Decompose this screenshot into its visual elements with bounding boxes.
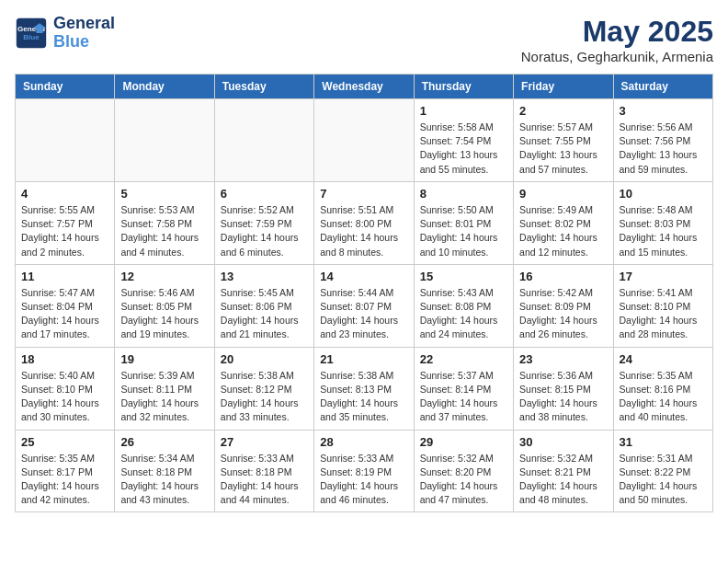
- day-number: 11: [21, 270, 108, 283]
- location: Noratus, Gegharkunik, Armenia: [521, 49, 713, 64]
- day-number: 22: [420, 352, 507, 366]
- day-number: 16: [519, 270, 607, 283]
- day-number: 19: [120, 352, 208, 366]
- weekday-header: Sunday: [16, 75, 115, 99]
- day-info: Sunrise: 5:46 AMSunset: 8:05 PMDaylight:…: [120, 286, 208, 342]
- calendar-cell: 9Sunrise: 5:49 AMSunset: 8:02 PMDaylight…: [514, 181, 613, 264]
- day-info: Sunrise: 5:55 AMSunset: 7:57 PMDaylight:…: [21, 203, 108, 259]
- calendar-cell: 8Sunrise: 5:50 AMSunset: 8:01 PMDaylight…: [414, 181, 513, 264]
- calendar-cell: [16, 99, 115, 182]
- day-number: 25: [21, 435, 108, 449]
- day-info: Sunrise: 5:35 AMSunset: 8:17 PMDaylight:…: [21, 452, 108, 508]
- day-number: 7: [320, 187, 407, 201]
- day-info: Sunrise: 5:37 AMSunset: 8:14 PMDaylight:…: [420, 369, 507, 425]
- page-header: General Blue General Blue May 2025 Norat…: [15, 15, 713, 64]
- day-info: Sunrise: 5:38 AMSunset: 8:13 PMDaylight:…: [320, 369, 407, 425]
- day-info: Sunrise: 5:36 AMSunset: 8:15 PMDaylight:…: [519, 369, 607, 425]
- calendar-cell: 5Sunrise: 5:53 AMSunset: 7:58 PMDaylight…: [115, 181, 214, 264]
- calendar-cell: 3Sunrise: 5:56 AMSunset: 7:56 PMDaylight…: [613, 99, 712, 182]
- calendar-cell: 6Sunrise: 5:52 AMSunset: 7:59 PMDaylight…: [214, 181, 313, 264]
- day-number: 4: [21, 187, 108, 201]
- logo-text: General Blue: [53, 15, 115, 52]
- weekday-header: Wednesday: [314, 75, 414, 99]
- calendar-cell: 15Sunrise: 5:43 AMSunset: 8:08 PMDayligh…: [414, 264, 513, 347]
- day-number: 23: [519, 352, 607, 366]
- day-info: Sunrise: 5:53 AMSunset: 7:58 PMDaylight:…: [120, 203, 208, 259]
- calendar-table: SundayMondayTuesdayWednesdayThursdayFrid…: [15, 74, 713, 512]
- day-number: 13: [221, 270, 308, 283]
- day-number: 17: [620, 270, 707, 283]
- day-number: 21: [320, 352, 407, 366]
- day-number: 29: [420, 435, 507, 449]
- calendar-week-row: 25Sunrise: 5:35 AMSunset: 8:17 PMDayligh…: [16, 430, 713, 512]
- weekday-header: Saturday: [613, 75, 712, 99]
- calendar-cell: 28Sunrise: 5:33 AMSunset: 8:19 PMDayligh…: [314, 430, 414, 512]
- calendar-cell: 16Sunrise: 5:42 AMSunset: 8:09 PMDayligh…: [514, 264, 613, 347]
- day-number: 14: [320, 270, 407, 283]
- day-info: Sunrise: 5:33 AMSunset: 8:18 PMDaylight:…: [221, 452, 308, 508]
- weekday-header: Tuesday: [214, 75, 313, 99]
- day-number: 6: [221, 187, 308, 201]
- svg-text:Blue: Blue: [23, 33, 40, 41]
- day-number: 15: [420, 270, 507, 283]
- calendar-cell: 19Sunrise: 5:39 AMSunset: 8:11 PMDayligh…: [115, 347, 214, 430]
- calendar-cell: 13Sunrise: 5:45 AMSunset: 8:06 PMDayligh…: [214, 264, 313, 347]
- calendar-cell: 31Sunrise: 5:31 AMSunset: 8:22 PMDayligh…: [613, 430, 712, 512]
- day-info: Sunrise: 5:40 AMSunset: 8:10 PMDaylight:…: [21, 369, 108, 425]
- day-info: Sunrise: 5:45 AMSunset: 8:06 PMDaylight:…: [221, 286, 308, 342]
- calendar-cell: 12Sunrise: 5:46 AMSunset: 8:05 PMDayligh…: [115, 264, 214, 347]
- weekday-header: Thursday: [414, 75, 513, 99]
- day-number: 18: [21, 352, 108, 366]
- day-info: Sunrise: 5:35 AMSunset: 8:16 PMDaylight:…: [620, 369, 707, 425]
- day-number: 24: [620, 352, 707, 366]
- calendar-cell: 10Sunrise: 5:48 AMSunset: 8:03 PMDayligh…: [613, 181, 712, 264]
- calendar-cell: 27Sunrise: 5:33 AMSunset: 8:18 PMDayligh…: [214, 430, 313, 512]
- calendar-cell: 20Sunrise: 5:38 AMSunset: 8:12 PMDayligh…: [214, 347, 313, 430]
- day-info: Sunrise: 5:51 AMSunset: 8:00 PMDaylight:…: [320, 203, 407, 259]
- calendar-cell: 25Sunrise: 5:35 AMSunset: 8:17 PMDayligh…: [16, 430, 115, 512]
- day-info: Sunrise: 5:41 AMSunset: 8:10 PMDaylight:…: [620, 286, 707, 342]
- calendar-cell: 11Sunrise: 5:47 AMSunset: 8:04 PMDayligh…: [16, 264, 115, 347]
- day-info: Sunrise: 5:39 AMSunset: 8:11 PMDaylight:…: [120, 369, 208, 425]
- calendar-week-row: 4Sunrise: 5:55 AMSunset: 7:57 PMDaylight…: [16, 181, 713, 264]
- day-number: 8: [420, 187, 507, 201]
- day-number: 26: [120, 435, 208, 449]
- day-info: Sunrise: 5:52 AMSunset: 7:59 PMDaylight:…: [221, 203, 308, 259]
- day-info: Sunrise: 5:34 AMSunset: 8:18 PMDaylight:…: [120, 452, 208, 508]
- calendar-cell: 4Sunrise: 5:55 AMSunset: 7:57 PMDaylight…: [16, 181, 115, 264]
- day-info: Sunrise: 5:32 AMSunset: 8:21 PMDaylight:…: [519, 452, 607, 508]
- day-info: Sunrise: 5:48 AMSunset: 8:03 PMDaylight:…: [620, 203, 707, 259]
- calendar-week-row: 1Sunrise: 5:58 AMSunset: 7:54 PMDaylight…: [16, 99, 713, 182]
- calendar-week-row: 11Sunrise: 5:47 AMSunset: 8:04 PMDayligh…: [16, 264, 713, 347]
- day-number: 9: [519, 187, 607, 201]
- day-number: 27: [221, 435, 308, 449]
- day-number: 10: [620, 187, 707, 201]
- calendar-cell: 17Sunrise: 5:41 AMSunset: 8:10 PMDayligh…: [613, 264, 712, 347]
- calendar-cell: 7Sunrise: 5:51 AMSunset: 8:00 PMDaylight…: [314, 181, 414, 264]
- calendar-cell: 1Sunrise: 5:58 AMSunset: 7:54 PMDaylight…: [414, 99, 513, 182]
- calendar-cell: [214, 99, 313, 182]
- calendar-cell: 18Sunrise: 5:40 AMSunset: 8:10 PMDayligh…: [16, 347, 115, 430]
- calendar-cell: 21Sunrise: 5:38 AMSunset: 8:13 PMDayligh…: [314, 347, 414, 430]
- day-info: Sunrise: 5:58 AMSunset: 7:54 PMDaylight:…: [420, 121, 507, 177]
- calendar-cell: 24Sunrise: 5:35 AMSunset: 8:16 PMDayligh…: [613, 347, 712, 430]
- calendar-cell: 23Sunrise: 5:36 AMSunset: 8:15 PMDayligh…: [514, 347, 613, 430]
- day-info: Sunrise: 5:56 AMSunset: 7:56 PMDaylight:…: [620, 121, 707, 177]
- calendar-cell: [314, 99, 414, 182]
- calendar-cell: 26Sunrise: 5:34 AMSunset: 8:18 PMDayligh…: [115, 430, 214, 512]
- calendar-cell: 22Sunrise: 5:37 AMSunset: 8:14 PMDayligh…: [414, 347, 513, 430]
- day-info: Sunrise: 5:43 AMSunset: 8:08 PMDaylight:…: [420, 286, 507, 342]
- day-info: Sunrise: 5:44 AMSunset: 8:07 PMDaylight:…: [320, 286, 407, 342]
- day-info: Sunrise: 5:49 AMSunset: 8:02 PMDaylight:…: [519, 203, 607, 259]
- title-block: May 2025 Noratus, Gegharkunik, Armenia: [521, 15, 713, 64]
- logo: General Blue General Blue: [15, 15, 115, 52]
- day-number: 12: [120, 270, 208, 283]
- calendar-week-row: 18Sunrise: 5:40 AMSunset: 8:10 PMDayligh…: [16, 347, 713, 430]
- day-number: 20: [221, 352, 308, 366]
- weekday-header: Monday: [115, 75, 214, 99]
- day-number: 28: [320, 435, 407, 449]
- day-number: 30: [519, 435, 607, 449]
- day-number: 5: [120, 187, 208, 201]
- calendar-header-row: SundayMondayTuesdayWednesdayThursdayFrid…: [16, 75, 713, 99]
- calendar-cell: 29Sunrise: 5:32 AMSunset: 8:20 PMDayligh…: [414, 430, 513, 512]
